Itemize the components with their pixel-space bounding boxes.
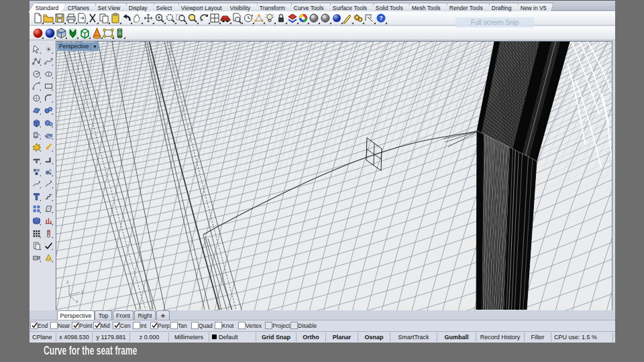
svg-text:y: y <box>80 289 84 294</box>
svg-text:?: ? <box>379 15 383 21</box>
svg-text:x: x <box>75 299 78 304</box>
svg-text:1: 1 <box>370 15 372 19</box>
svg-text:z: z <box>66 280 69 284</box>
